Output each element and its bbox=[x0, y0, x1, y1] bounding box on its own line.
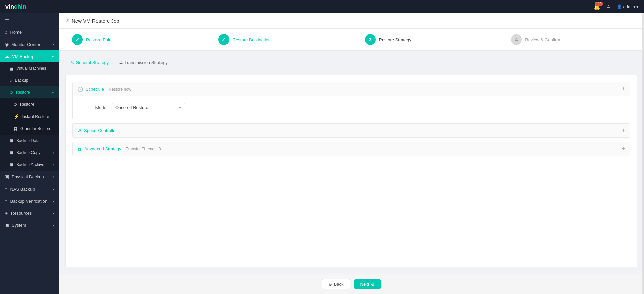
sidebar-item-vm-machines-label: Virtual Machines bbox=[16, 66, 46, 71]
step-4-circle: 4 bbox=[511, 34, 522, 45]
step-2: ✓ Restore Destination bbox=[218, 34, 338, 45]
sidebar-item-system-label: System bbox=[12, 223, 26, 228]
sidebar-item-monitor-label: Monitor Center bbox=[11, 42, 40, 47]
mode-row: Mode Once-off Restore Scheduled Restore bbox=[79, 101, 623, 114]
footer: ⊕ Back Next ⊕ bbox=[59, 274, 644, 294]
content-area: ✎ General Strategy ⇄ Transmission Strate… bbox=[59, 51, 644, 274]
resources-arrow-icon: › bbox=[53, 211, 54, 215]
accordion-advanced-strategy: ▦ Advanced Strategy Transfer Threads: 3 … bbox=[72, 142, 630, 156]
sidebar-item-restore[interactable]: ↺ Restore ▾ bbox=[0, 86, 59, 98]
step-1: ✓ Restore Point bbox=[72, 34, 192, 45]
back-button[interactable]: ⊕ Back bbox=[322, 279, 350, 289]
main-content: ↺ New VM Restore Job ✓ Restore Point ✓ R… bbox=[59, 13, 644, 294]
backup-verification-arrow-icon: › bbox=[53, 199, 54, 203]
home-icon: ⌂ bbox=[5, 29, 7, 35]
sidebar-item-backup-archive[interactable]: ▣ Backup Archive › bbox=[0, 159, 59, 171]
backup-copy-arrow-icon: › bbox=[53, 151, 54, 155]
sidebar-item-system[interactable]: ▣ System › bbox=[0, 219, 59, 231]
tab-transmission-strategy[interactable]: ⇄ Transmission Strategy bbox=[114, 57, 173, 68]
hamburger-icon[interactable]: ☰ bbox=[0, 13, 59, 26]
step-4: 4 Review & Confirm bbox=[511, 34, 631, 45]
sidebar-item-vm-backup[interactable]: ☁ VM Backup ▾ bbox=[0, 50, 59, 62]
notification-bell[interactable]: 🔔 110 bbox=[594, 4, 600, 10]
step-4-label: Review & Confirm bbox=[525, 37, 560, 42]
step-divider-1 bbox=[195, 40, 215, 40]
restore-sub-icon: ↺ bbox=[13, 102, 17, 107]
scrollbar-edge bbox=[642, 13, 644, 294]
backup-verification-icon: ○ bbox=[5, 198, 7, 204]
next-button[interactable]: Next ⊕ bbox=[354, 279, 381, 289]
speed-expand-icon[interactable]: + bbox=[622, 127, 625, 134]
user-menu[interactable]: 👤 admin ▾ bbox=[617, 4, 639, 9]
sidebar-item-backup-copy[interactable]: ▣ Backup Copy › bbox=[0, 147, 59, 159]
sidebar-item-restore-sub[interactable]: ↺ Restore bbox=[0, 98, 59, 111]
advanced-subtitle: Transfer Threads: 3 bbox=[126, 147, 161, 151]
sidebar-item-granular-restore-label: Granular Restore bbox=[20, 126, 51, 131]
sidebar-item-physical-backup[interactable]: ▣ Physical Backup › bbox=[0, 171, 59, 183]
step-divider-3 bbox=[488, 40, 508, 40]
sidebar-item-backup[interactable]: ○ Backup bbox=[0, 74, 59, 86]
sidebar-item-backup-verification[interactable]: ○ Backup Verification › bbox=[0, 195, 59, 207]
accordion-schedule-header[interactable]: 🕐 Schedule Restore now + bbox=[73, 82, 630, 96]
accordion-speed-left: ↺ Speed Controller bbox=[77, 128, 117, 133]
refresh-icon: ↺ bbox=[65, 18, 69, 23]
vm-backup-arrow-icon: ▾ bbox=[52, 54, 54, 59]
resources-icon: ◈ bbox=[5, 210, 8, 216]
backup-copy-icon: ▣ bbox=[9, 150, 14, 155]
step-2-label: Restore Destination bbox=[233, 37, 271, 42]
arrows-icon: ⇄ bbox=[119, 60, 123, 65]
restore-arrow-icon: ▾ bbox=[52, 90, 54, 95]
layout: ☰ ⌂ Home ◉ Monitor Center › ☁ VM Backup … bbox=[0, 13, 644, 294]
accordion-schedule: 🕐 Schedule Restore now + Mode Once-off R… bbox=[72, 82, 630, 119]
schedule-icon: 🕐 bbox=[77, 87, 83, 92]
instant-restore-icon: ⚡ bbox=[13, 114, 19, 119]
step-1-label: Restore Point bbox=[86, 37, 113, 42]
step-2-circle: ✓ bbox=[218, 34, 229, 45]
tab-bar: ✎ General Strategy ⇄ Transmission Strate… bbox=[65, 57, 637, 68]
sidebar-item-resources[interactable]: ◈ Resources › bbox=[0, 207, 59, 219]
sidebar-item-backup-data[interactable]: ▣ Backup Data bbox=[0, 135, 59, 147]
sidebar-item-nas-backup[interactable]: ○ NAS Backup › bbox=[0, 183, 59, 195]
advanced-icon: ▦ bbox=[77, 146, 82, 152]
accordion-speed-header[interactable]: ↺ Speed Controller + bbox=[73, 124, 630, 137]
strategy-card: 🕐 Schedule Restore now + Mode Once-off R… bbox=[65, 75, 637, 267]
vm-backup-icon: ☁ bbox=[5, 54, 9, 59]
schedule-expand-icon[interactable]: + bbox=[622, 86, 625, 93]
physical-backup-icon: ▣ bbox=[5, 174, 9, 179]
advanced-expand-icon[interactable]: + bbox=[622, 145, 625, 152]
user-label: admin bbox=[623, 4, 635, 9]
sidebar-item-home[interactable]: ⌂ Home bbox=[0, 26, 59, 38]
sidebar-item-instant-restore[interactable]: ⚡ Instant Restore bbox=[0, 111, 59, 123]
logo-vin: vin bbox=[5, 3, 14, 10]
system-arrow-icon: › bbox=[53, 223, 54, 227]
sidebar-item-restore-sub-label: Restore bbox=[20, 102, 34, 107]
sidebar-item-granular-restore[interactable]: ▦ Granular Restore bbox=[0, 123, 59, 135]
sidebar-item-monitor-center[interactable]: ◉ Monitor Center › bbox=[0, 38, 59, 50]
next-label: Next bbox=[360, 282, 369, 287]
schedule-subtitle: Restore now bbox=[109, 87, 131, 92]
logo-chin: chin bbox=[14, 3, 26, 10]
tab-transmission-label: Transmission Strategy bbox=[124, 60, 168, 65]
accordion-advanced-header[interactable]: ▦ Advanced Strategy Transfer Threads: 3 … bbox=[73, 142, 630, 156]
topbar: vinchin 🔔 110 🖥 👤 admin ▾ bbox=[0, 0, 644, 13]
tab-general-strategy[interactable]: ✎ General Strategy bbox=[65, 57, 114, 68]
sidebar-item-backup-data-label: Backup Data bbox=[16, 138, 40, 143]
notification-badge: 110 bbox=[595, 2, 603, 6]
virtual-machines-icon: ▣ bbox=[9, 66, 14, 71]
mode-select[interactable]: Once-off Restore Scheduled Restore bbox=[112, 103, 185, 112]
pencil-icon: ✎ bbox=[71, 60, 74, 65]
monitor-icon[interactable]: 🖥 bbox=[606, 4, 611, 10]
monitor-arrow-icon: › bbox=[53, 42, 54, 46]
backup-archive-arrow-icon: › bbox=[53, 163, 54, 167]
sidebar-item-backup-copy-label: Backup Copy bbox=[16, 150, 40, 155]
sidebar-item-resources-label: Resources bbox=[11, 211, 32, 216]
backup-archive-icon: ▣ bbox=[9, 162, 14, 167]
step-3: 3 Restore Strategy bbox=[365, 34, 485, 45]
backup-data-icon: ▣ bbox=[9, 138, 14, 143]
advanced-title: Advanced Strategy bbox=[84, 146, 121, 151]
step-1-circle: ✓ bbox=[72, 34, 83, 45]
accordion-advanced-left: ▦ Advanced Strategy Transfer Threads: 3 bbox=[77, 146, 161, 152]
sidebar-item-virtual-machines[interactable]: ▣ Virtual Machines bbox=[0, 62, 59, 74]
user-icon: 👤 bbox=[617, 4, 622, 9]
sidebar: ☰ ⌂ Home ◉ Monitor Center › ☁ VM Backup … bbox=[0, 13, 59, 294]
